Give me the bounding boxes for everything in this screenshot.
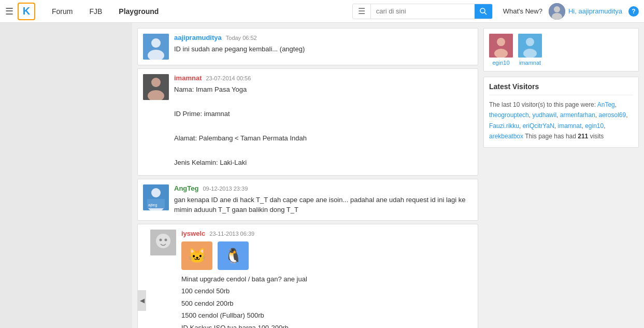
search-button[interactable] [475, 4, 492, 19]
svg-point-3 [554, 6, 560, 12]
mini-avatar-name[interactable]: imamnat [519, 60, 541, 66]
post-header: AngTeg 09-12-2013 23:39 [174, 184, 473, 192]
post-body: aajipramuditya Today 06:52 ID ini sudah … [174, 34, 473, 60]
emoji-orange: 🐱 [181, 241, 212, 270]
post-date: 23-11-2013 06:39 [209, 231, 254, 237]
username-label: Hi, aajipramuditya [568, 7, 622, 15]
posts-column: aajipramuditya Today 06:52 ID ini sudah … [137, 28, 478, 328]
post-text: ID ini sudah ane pegang kembali... (angt… [174, 44, 473, 54]
visitor-link[interactable]: eriQcitrYaN [523, 122, 554, 130]
post-body: AngTeg 09-12-2013 23:39 gan kenapa ID an… [174, 184, 473, 215]
left-sidebar-strip [0, 23, 132, 328]
svg-point-9 [151, 78, 161, 87]
search-icon [480, 8, 487, 15]
svg-point-17 [156, 234, 170, 248]
post-card: ajteg AngTeg 09-12-2013 23:39 gan kenapa… [137, 179, 478, 221]
mini-avatars-row: egin10 imamnat [489, 34, 633, 66]
nav-fjb[interactable]: FJB [81, 0, 110, 23]
mini-avatars-card: egin10 imamnat [483, 28, 639, 72]
svg-line-1 [484, 12, 486, 15]
latest-visitors-title: Latest Visitors [489, 82, 633, 95]
user-area[interactable]: Hi, aajipramuditya [549, 3, 622, 20]
post-card: ◀ iyswelc 23-11-2013 06:39 [137, 224, 478, 329]
user-avatar [549, 3, 565, 20]
whats-new-link[interactable]: What's New? [503, 7, 542, 15]
visits-label: visits [590, 133, 604, 140]
search-menu-icon[interactable]: ☰ [353, 4, 371, 19]
post-card: imamnat 23-07-2014 00:56 Nama: Imam Pasa… [137, 68, 478, 176]
search-area: ☰ [352, 4, 493, 19]
avatar-image [549, 3, 565, 20]
post-card: aajipramuditya Today 06:52 ID ini sudah … [137, 28, 478, 65]
hamburger-icon[interactable]: ☰ [5, 6, 13, 17]
svg-text:ajteg: ajteg [148, 203, 157, 207]
post-avatar [143, 74, 169, 100]
mini-avatar-image [518, 34, 542, 58]
visitor-link[interactable]: aerosol69 [599, 111, 626, 119]
svg-point-24 [526, 38, 534, 46]
post-emojis: 🐱 🐧 [181, 241, 473, 270]
visitor-link[interactable]: arekbeatbox [489, 133, 523, 140]
post-username[interactable]: imamnat [174, 74, 202, 82]
post-avatar [143, 34, 169, 60]
prev-arrow[interactable]: ◀ [138, 290, 146, 311]
site-logo[interactable]: K [18, 3, 35, 20]
visitors-text: The last 10 visitor(s) to this page were… [489, 99, 633, 142]
post-date: Today 06:52 [226, 35, 257, 41]
post-text: Nama: Imam Pasa Yoga ID Prime: imamnat A… [174, 84, 473, 168]
nav-forum[interactable]: Forum [44, 0, 81, 23]
visitor-link[interactable]: AnTeg [597, 101, 615, 108]
post-date: 23-07-2014 00:56 [206, 75, 251, 81]
post-body: imamnat 23-07-2014 00:56 Nama: Imam Pasa… [174, 74, 473, 170]
svg-point-12 [151, 188, 161, 197]
post-header: iyswelc 23-11-2013 06:39 [181, 230, 473, 237]
svg-point-6 [151, 38, 161, 48]
post-text: Minat upgrade cendol / bata gan? ane jua… [181, 274, 473, 329]
mini-avatar-image [489, 34, 513, 58]
right-sidebar: egin10 imamnat [483, 28, 639, 328]
post-text: gan kenapa ID ane di hack T_T dah cape c… [174, 195, 473, 215]
post-date: 09-12-2013 23:39 [203, 186, 248, 192]
svg-point-0 [480, 8, 485, 13]
post-header: imamnat 23-07-2014 00:56 [174, 74, 473, 82]
post-avatar: ajteg [143, 184, 169, 210]
nav-right-area: What's New? Hi, aajipramuditya ? [503, 3, 639, 20]
mini-avatar-item: imamnat [518, 34, 542, 66]
post-body: iyswelc 23-11-2013 06:39 🐱 🐧 Minat upgra… [181, 230, 473, 329]
emoji-blue: 🐧 [218, 241, 249, 270]
help-button[interactable]: ? [628, 6, 639, 17]
content-area: aajipramuditya Today 06:52 ID ini sudah … [132, 23, 644, 328]
visitors-suffix: This page has had [525, 133, 578, 140]
svg-point-18 [160, 238, 162, 241]
post-avatar [150, 230, 176, 255]
mini-avatar-name[interactable]: egin10 [492, 60, 509, 66]
svg-point-19 [165, 238, 167, 241]
visitor-link[interactable]: theogrouptech [489, 111, 529, 119]
visitor-link[interactable]: imamnat [557, 122, 581, 130]
search-input[interactable] [371, 4, 475, 19]
visitor-link[interactable]: yudhawil [532, 111, 556, 119]
post-header: aajipramuditya Today 06:52 [174, 34, 473, 41]
latest-visitors-card: Latest Visitors The last 10 visitor(s) t… [483, 77, 639, 148]
svg-point-21 [497, 38, 505, 46]
post-username[interactable]: AngTeg [174, 184, 198, 192]
post-username[interactable]: iyswelc [181, 230, 205, 237]
nav-playground[interactable]: Playground [110, 7, 167, 16]
mini-avatar-item: egin10 [489, 34, 513, 66]
top-navigation: ☰ K Forum FJB Playground ☰ What's New? [0, 0, 644, 23]
visit-count: 211 [578, 133, 588, 140]
visitor-link[interactable]: Fauzi.rikku [489, 122, 519, 130]
visitor-link[interactable]: armenfarhan [560, 111, 595, 119]
post-username[interactable]: aajipramuditya [174, 34, 222, 41]
main-container: aajipramuditya Today 06:52 ID ini sudah … [0, 23, 644, 328]
visitor-link[interactable]: egin10 [585, 122, 604, 130]
